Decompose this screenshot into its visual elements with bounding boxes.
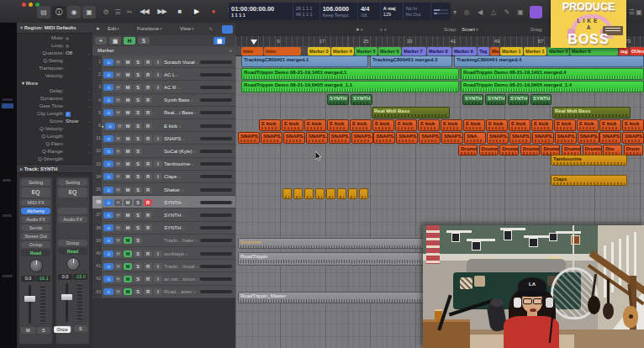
region[interactable]: Drummer: [238, 238, 424, 249]
track-hide-button[interactable]: H: [114, 199, 122, 206]
region-parameter[interactable]: Clip Length:✓: [17, 110, 92, 118]
mute-button[interactable]: M: [124, 161, 132, 167]
volume-fader[interactable]: [21, 283, 50, 325]
region[interactable]: E kick: [463, 119, 485, 131]
region[interactable]: RoadTrippin_Master: [238, 292, 424, 303]
mute-button[interactable]: M: [124, 71, 132, 78]
track-inspector-header[interactable]: ▸ Track: SYNTH: [17, 164, 92, 173]
edit-menu[interactable]: Edit: [108, 23, 119, 35]
solo-button[interactable]: S: [134, 97, 142, 103]
eq-slot-button[interactable]: EQ: [21, 187, 50, 198]
region-parameter[interactable]: Velocity:: [17, 72, 92, 80]
region[interactable]: [337, 188, 346, 199]
freeze-icon[interactable]: ○: [191, 98, 193, 103]
track-name[interactable]: Tracki…haler ○: [164, 238, 198, 243]
hide-tracks-button[interactable]: H: [124, 37, 135, 45]
track-row[interactable]: 38⊙HMSRISYNTH ○: [92, 222, 235, 235]
lcd-display[interactable]: 01:00:00:00.00 1 1 1 1 26 1 1 1 49 1 1 1…: [229, 3, 451, 20]
marker[interactable]: Marker 6: [570, 47, 618, 55]
sends-slot-button[interactable]: Sends: [21, 224, 50, 231]
record-enable-button[interactable]: R: [144, 123, 152, 129]
add-track-button[interactable]: +: [95, 37, 107, 45]
more-disclosure[interactable]: ▾ More: [17, 80, 38, 87]
audio-fx-slot-button[interactable]: Audio FX: [58, 216, 87, 223]
region[interactable]: Real Midi Bass: [552, 107, 631, 119]
region[interactable]: Tambourine: [551, 155, 627, 166]
region[interactable]: [282, 188, 292, 199]
track-volume-slider[interactable]: [200, 226, 232, 229]
region-parameter[interactable]: Gate Time:⌄: [17, 103, 92, 110]
track-row[interactable]: 43⊙HMSRIRoad…aster ○: [92, 286, 235, 298]
track-volume-slider[interactable]: [200, 252, 232, 256]
track-on-icon[interactable]: ⊙: [103, 212, 113, 219]
list-editors-icon[interactable]: ☰: [628, 6, 635, 18]
track-volume-slider[interactable]: [200, 239, 232, 242]
track-row[interactable]: 31⊙HMSRISNAPS ○: [92, 132, 235, 145]
track-hide-button[interactable]: H: [114, 97, 122, 103]
region[interactable]: SNAPS.17: [599, 132, 621, 144]
window-minimize-icon[interactable]: [29, 3, 33, 7]
mute-button[interactable]: M: [124, 276, 132, 282]
record-enable-button[interactable]: R: [144, 97, 152, 103]
marker[interactable]: Intro: [241, 47, 263, 55]
region[interactable]: TrackingC800#01 merged.4: [454, 55, 644, 67]
stop-button[interactable]: ■: [172, 5, 187, 18]
checkbox-checked-icon[interactable]: ✓: [66, 112, 71, 117]
track-hide-button[interactable]: H: [114, 173, 122, 180]
marker[interactable]: Marker 5: [355, 47, 377, 55]
region[interactable]: E kick: [282, 119, 304, 131]
input-monitor-button[interactable]: I: [154, 59, 162, 66]
record-enable-button[interactable]: R: [144, 250, 152, 257]
region[interactable]: [315, 188, 325, 199]
freeze-icon[interactable]: ○: [177, 86, 180, 90]
solo-button[interactable]: S: [134, 71, 142, 78]
parameter-value[interactable]: [66, 34, 92, 42]
record-enable-button[interactable]: R: [144, 59, 152, 66]
media-browser-icon[interactable]: ▣: [636, 6, 642, 18]
track-on-icon[interactable]: ⊙: [103, 109, 113, 116]
freeze-icon[interactable]: ○: [195, 239, 198, 243]
region[interactable]: E kick: [599, 119, 621, 131]
freeze-icon[interactable]: ○: [194, 111, 197, 115]
record-enable-button[interactable]: R: [144, 161, 152, 167]
region[interactable]: Real Midi Bass: [372, 107, 450, 119]
region[interactable]: E kick: [531, 119, 553, 131]
functions-menu[interactable]: Functions: [137, 23, 162, 35]
record-enable-button[interactable]: R: [144, 224, 152, 231]
freeze-icon[interactable]: ○: [192, 162, 194, 166]
rewind-button[interactable]: ◀◀: [136, 5, 152, 18]
region[interactable]: SNAPS.5: [329, 132, 351, 144]
solo-button[interactable]: S: [134, 161, 142, 167]
record-enable-button[interactable]: R: [144, 109, 152, 116]
track-volume-slider[interactable]: [200, 162, 232, 166]
region[interactable]: Drummer: [458, 145, 478, 156]
pan-knob[interactable]: [66, 257, 80, 271]
region[interactable]: E kick: [304, 119, 326, 131]
freeze-icon[interactable]: ○: [197, 277, 198, 282]
input-monitor-button[interactable]: I: [154, 161, 162, 167]
region-parameter[interactable]: Q-Strength:: [17, 156, 92, 163]
marker[interactable]: Marker 6: [378, 47, 401, 55]
track-on-icon[interactable]: ⊙: [103, 148, 113, 155]
solo-button[interactable]: S: [134, 187, 142, 193]
region[interactable]: SYNTH: [327, 94, 349, 105]
track-zoom-button[interactable]: ▦: [214, 37, 225, 45]
marker[interactable]: Tag: [478, 47, 489, 55]
freeze-icon[interactable]: ○: [196, 265, 198, 269]
track-hide-button[interactable]: H: [114, 276, 122, 282]
alchemy-slot-button[interactable]: Alchemy: [21, 208, 50, 214]
track-hide-button[interactable]: H: [114, 250, 122, 257]
mute-button[interactable]: M: [124, 123, 132, 129]
solo-button[interactable]: S: [134, 237, 142, 244]
track-row[interactable]: 5⊙HMSRIReal…i Bass ○: [92, 107, 235, 119]
region-parameter[interactable]: Quantize:Off⌄: [17, 50, 92, 57]
region[interactable]: E kick: [509, 119, 531, 131]
region[interactable]: SNAPS.4: [306, 132, 328, 144]
region[interactable]: SYNTH: [508, 94, 529, 105]
parameter-value[interactable]: ✓: [66, 110, 92, 118]
track-name[interactable]: ac nat…strum ○: [164, 277, 198, 282]
stereo-out-slot-button[interactable]: Stereo Out: [21, 233, 50, 240]
track-row[interactable]: 39⊙HMSRITracki…haler ○: [92, 235, 235, 247]
track-on-icon[interactable]: ⊙: [103, 161, 113, 167]
track-name[interactable]: SYNTH ○: [164, 200, 198, 205]
